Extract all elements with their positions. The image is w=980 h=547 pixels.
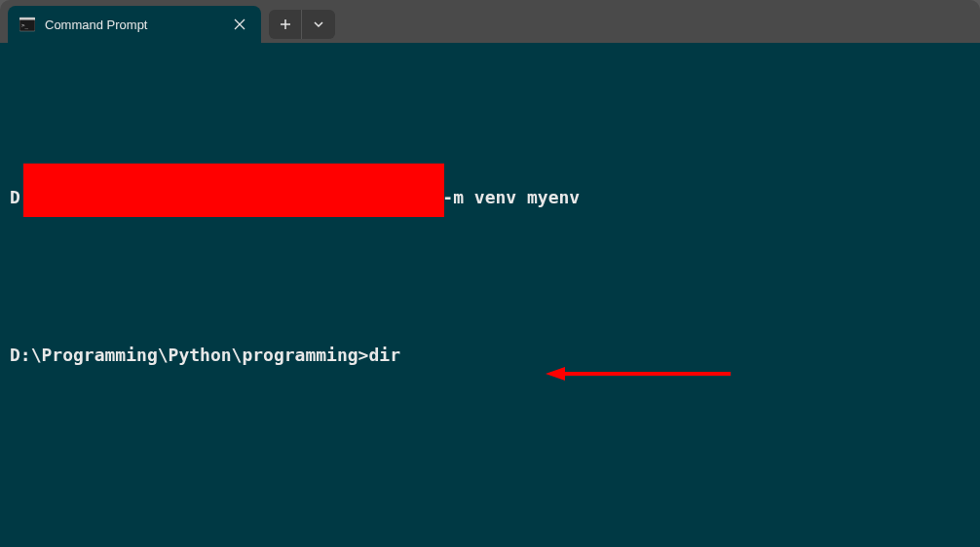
terminal-output: D:\Programming\Python\programming>python… [10,53,970,547]
svg-rect-1 [19,18,35,20]
tab-dropdown-button[interactable] [302,10,335,39]
command-text: dir [368,345,400,365]
title-bar: >_ Command Prompt [0,0,980,43]
active-tab[interactable]: >_ Command Prompt [8,6,261,43]
redacted-region [23,164,444,217]
close-tab-button[interactable] [230,15,249,34]
new-tab-button[interactable] [269,10,302,39]
tab-title: Command Prompt [45,18,220,32]
tab-actions [269,10,335,39]
prompt-path: D:\Programming\Python\programming> [10,345,368,365]
terminal-body[interactable]: D:\Programming\Python\programming>python… [0,43,980,547]
svg-text:>_: >_ [21,21,29,29]
cmd-icon: >_ [19,17,35,32]
